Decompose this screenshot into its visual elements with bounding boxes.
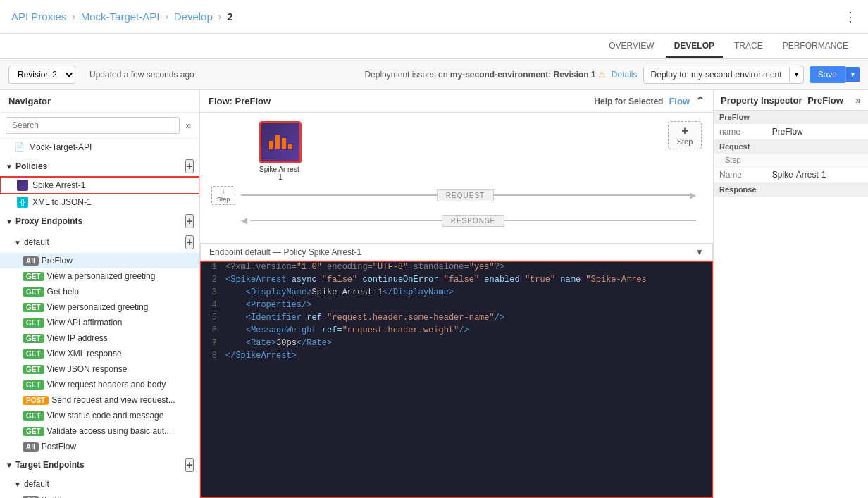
help-text: Help for Selected: [594, 97, 663, 106]
nav-get-personalized[interactable]: GET View personalized greeting: [0, 299, 199, 315]
get-badge-3: GET: [23, 303, 44, 312]
add-default-button[interactable]: +: [185, 235, 194, 249]
preflow-label: PreFlow: [42, 256, 73, 266]
add-left-step-button[interactable]: + Step: [211, 186, 235, 205]
code-line-4: 4 <Properties/>: [202, 300, 712, 313]
breadcrumb-develop[interactable]: Develop: [174, 11, 213, 23]
collapse-button[interactable]: »: [182, 117, 194, 134]
line-num-8: 8: [202, 351, 223, 363]
nav-label-1: View a personalized greeting: [47, 271, 156, 281]
response-arrow-left: ◀: [241, 216, 247, 225]
policies-label: Policies: [16, 161, 47, 171]
add-step-button[interactable]: + Step: [668, 121, 702, 149]
nav-all-postflow[interactable]: All PostFlow: [0, 439, 199, 454]
add-policy-button[interactable]: +: [185, 159, 194, 173]
property-inspector-title: Property Inspector PreFlow: [721, 95, 843, 106]
step-name-value: Spike-Arrest-1: [767, 167, 868, 183]
search-input[interactable]: [6, 117, 180, 134]
nav-get-help[interactable]: GET Get help: [0, 284, 199, 299]
nav-label-10: View status code and message: [47, 411, 164, 421]
line-content-3: <DisplayName>Spike Arrest-1</DisplayName…: [223, 287, 712, 300]
get-badge-8: GET: [23, 380, 44, 390]
tab-performance[interactable]: PERFORMANCE: [774, 35, 857, 58]
line-num-5: 5: [202, 313, 223, 325]
nav-policy-xml-to-json[interactable]: {} XML to JSON-1: [0, 194, 199, 211]
target-default-caret: ▼: [14, 480, 21, 488]
save-button-group: Save ▾: [810, 66, 860, 83]
save-button[interactable]: Save: [810, 66, 845, 83]
tab-overview[interactable]: OVERVIEW: [600, 35, 662, 58]
revision-selector[interactable]: Revision 2: [8, 66, 75, 84]
line-content-6: <MessageWeight ref="request.header.weigh…: [223, 325, 712, 338]
deploy-button[interactable]: Deploy to: my-second-environment: [644, 66, 789, 83]
nav-label-8: View request headers and body: [47, 380, 166, 390]
nav-get-greeting[interactable]: GET View a personalized greeting: [0, 268, 199, 284]
nav-default-section[interactable]: ▼ default +: [0, 232, 199, 253]
breadcrumb-mock-target[interactable]: Mock-Target-API: [81, 11, 160, 23]
nav-get-headers[interactable]: GET View request headers and body: [0, 377, 199, 392]
tab-bar: OVERVIEW DEVELOP TRACE PERFORMANCE: [0, 34, 868, 59]
nav-item-mock-api[interactable]: 📄 Mock-Target-API: [0, 139, 199, 156]
bar-1: [269, 141, 273, 149]
code-editor[interactable]: 1 <?xml version="1.0" encoding="UTF-8" s…: [200, 261, 713, 498]
breadcrumb-current: 2: [227, 11, 232, 23]
property-inspector-panel: Property Inspector PreFlow » PreFlow nam…: [713, 90, 868, 498]
preflow-badge: All: [23, 256, 39, 266]
deployment-info: Deployment issues on my-second-environme…: [364, 70, 605, 80]
endpoint-bar-caret[interactable]: ▼: [695, 247, 704, 257]
nav-post-send[interactable]: POST Send request and view request...: [0, 392, 199, 408]
nav-section-proxy-endpoints[interactable]: ▼ Proxy Endpoints +: [0, 211, 199, 232]
nav-preflow[interactable]: All PreFlow: [0, 253, 199, 268]
response-section-header: Response: [714, 183, 868, 197]
property-table: PreFlow name PreFlow Request Step Name S…: [714, 111, 868, 197]
pi-subtitle: PreFlow: [807, 95, 843, 106]
nav-get-ip[interactable]: GET View IP address: [0, 330, 199, 346]
flow-header-right: Help for Selected Flow ⌃: [594, 94, 705, 108]
step-name-label: Name: [714, 167, 767, 183]
get-badge-5: GET: [23, 334, 44, 343]
nav-label-9: Send request and view request...: [51, 395, 175, 405]
kebab-menu-icon[interactable]: ⋮: [844, 10, 857, 24]
nav-get-validate[interactable]: GET Validate access using basic aut...: [0, 423, 199, 439]
code-line-3: 3 <DisplayName>Spike Arrest-1</DisplayNa…: [202, 287, 712, 300]
flow-title: Flow: PreFlow: [209, 96, 271, 106]
nav-get-xml[interactable]: GET View XML response: [0, 346, 199, 361]
tab-trace[interactable]: TRACE: [726, 35, 771, 58]
request-row: + Step REQUEST ▶: [211, 184, 702, 206]
policy-node-spike-arrest[interactable]: Spike Ar rest-1: [258, 121, 303, 181]
breadcrumb-api-proxies[interactable]: API Proxies: [11, 11, 66, 23]
nav-label-11: Validate access using basic aut...: [47, 426, 172, 436]
plus-icon: +: [681, 125, 688, 137]
deploy-dropdown-arrow[interactable]: ▾: [789, 67, 803, 82]
expand-icon[interactable]: ⌃: [695, 94, 705, 108]
line-content-1: <?xml version="1.0" encoding="UTF-8" sta…: [223, 262, 712, 275]
request-line-left: [241, 194, 437, 196]
nav-get-affirmation[interactable]: GET View API affirmation: [0, 315, 199, 330]
target-endpoints-label: Target Endpoints: [16, 460, 85, 470]
navigator-sidebar: Navigator » 📄 Mock-Target-API ▼ Policies…: [0, 90, 200, 498]
policy-node-box: [259, 121, 302, 163]
code-line-2: 2 <SpikeArrest async="false" continueOnE…: [202, 275, 712, 287]
help-flow-link[interactable]: Flow: [669, 96, 690, 106]
line-num-3: 3: [202, 287, 223, 300]
nav-get-status[interactable]: GET View status code and message: [0, 408, 199, 423]
bar-2: [275, 135, 280, 149]
nav-label-12: PostFlow: [42, 442, 76, 452]
tab-develop[interactable]: DEVELOP: [666, 35, 723, 58]
response-row: ◀ RESPONSE: [211, 209, 702, 232]
response-label-badge: RESPONSE: [442, 215, 505, 227]
revision-dropdown[interactable]: Revision 2: [8, 66, 75, 84]
add-target-endpoint-button[interactable]: +: [185, 458, 194, 472]
nav-get-json[interactable]: GET View JSON response: [0, 361, 199, 377]
get-badge-1: GET: [23, 272, 44, 281]
nav-target-default[interactable]: ▼ default: [0, 475, 199, 492]
nav-policy-spike-arrest[interactable]: Spike Arrest-1: [0, 177, 199, 194]
details-link[interactable]: Details: [612, 70, 638, 80]
add-proxy-endpoint-button[interactable]: +: [185, 214, 194, 228]
nav-target-preflow[interactable]: All PreFlow: [0, 492, 199, 498]
post-badge-1: POST: [23, 396, 49, 405]
nav-section-target-endpoints[interactable]: ▼ Target Endpoints +: [0, 454, 199, 475]
save-dropdown-arrow[interactable]: ▾: [845, 67, 860, 82]
property-inspector-expand[interactable]: »: [855, 94, 861, 106]
nav-section-policies[interactable]: ▼ Policies +: [0, 156, 199, 177]
